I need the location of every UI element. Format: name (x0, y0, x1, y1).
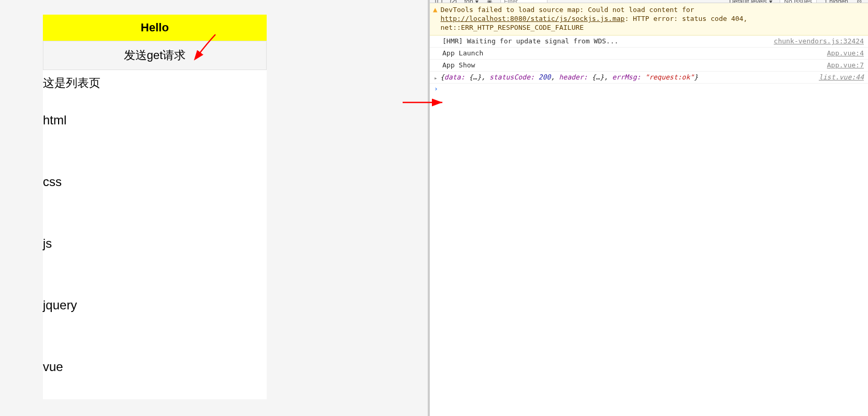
log-source-link[interactable]: App.vue:4 (827, 49, 864, 58)
console-log-area[interactable]: [HMR] Waiting for update signal from WDS… (430, 36, 868, 416)
log-row: App Show App.vue:7 (430, 60, 868, 72)
log-row: App Launch App.vue:4 (430, 48, 868, 60)
log-source-link[interactable]: chunk-vendors.js:32424 (774, 37, 864, 46)
log-object: {data: {…}, statusCode: 200, header: {…}… (440, 73, 808, 82)
warning-text: DevTools failed to load source map: Coul… (440, 5, 865, 32)
hello-bar: Hello (43, 15, 267, 41)
warning-message: ▲ DevTools failed to load source map: Co… (430, 3, 868, 36)
log-message: App Launch (442, 49, 817, 58)
log-source-link[interactable]: App.vue:7 (827, 61, 864, 70)
log-row: [HMR] Waiting for update signal from WDS… (430, 36, 868, 48)
list-body: html css js jquery vue (43, 91, 267, 399)
warning-icon: ▲ (433, 5, 437, 14)
list-item: html (43, 91, 267, 153)
devtools-panel: top ▾ ◉ Filter Default levels ▾ No Issue… (430, 0, 868, 416)
expand-triangle-icon[interactable]: ▸ (434, 74, 438, 83)
log-message: App Show (442, 61, 817, 70)
list-item: jquery (43, 276, 267, 338)
list-item: js (43, 214, 267, 276)
prompt-caret-icon: › (434, 85, 438, 93)
log-object-row[interactable]: ▸ {data: {…}, statusCode: 200, header: {… (430, 72, 868, 84)
send-get-button[interactable]: 发送get请求 (43, 41, 267, 70)
list-item: css (43, 153, 267, 214)
log-message: [HMR] Waiting for update signal from WDS… (442, 37, 763, 46)
warning-prefix: DevTools failed to load source map: Coul… (440, 6, 694, 14)
log-source-link[interactable]: list.vue:44 (819, 73, 864, 82)
mobile-view: Hello 发送get请求 这是列表页 html css js jquery v… (43, 15, 267, 399)
list-title: 这是列表页 (43, 70, 267, 91)
list-item: vue (43, 338, 267, 399)
console-prompt[interactable]: › (430, 84, 868, 94)
warning-url-link[interactable]: http://localhost:8080/static/js/sockjs.j… (440, 15, 624, 22)
mobile-preview-panel: Hello 发送get请求 这是列表页 html css js jquery v… (0, 0, 428, 416)
